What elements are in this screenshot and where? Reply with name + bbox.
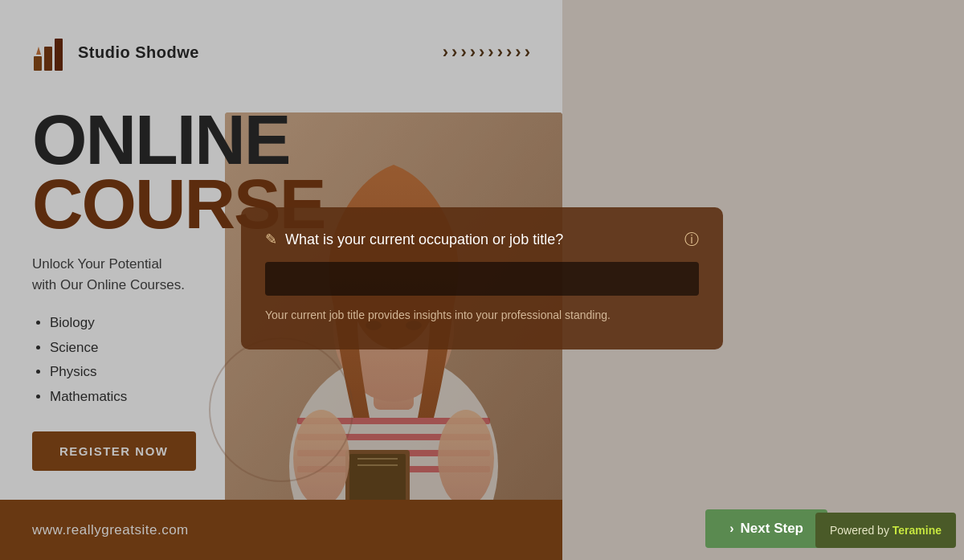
- next-step-chevron: ›: [729, 521, 733, 536]
- modal-hint: Your current job title provides insights…: [265, 307, 699, 324]
- edit-icon: ✎: [265, 231, 277, 248]
- powered-by: Powered by Teramine: [815, 513, 956, 548]
- modal-question-text: What is your current occupation or job t…: [285, 231, 676, 248]
- next-step-label: Next Step: [741, 521, 803, 537]
- next-step-button[interactable]: › Next Step: [705, 509, 827, 548]
- occupation-input[interactable]: [265, 262, 699, 296]
- powered-by-prefix: Powered by: [830, 524, 889, 537]
- info-icon[interactable]: ⓘ: [684, 230, 699, 249]
- modal-question-row: ✎ What is your current occupation or job…: [265, 230, 699, 249]
- occupation-modal: ✎ What is your current occupation or job…: [241, 207, 723, 349]
- powered-by-brand: Teramine: [893, 524, 942, 537]
